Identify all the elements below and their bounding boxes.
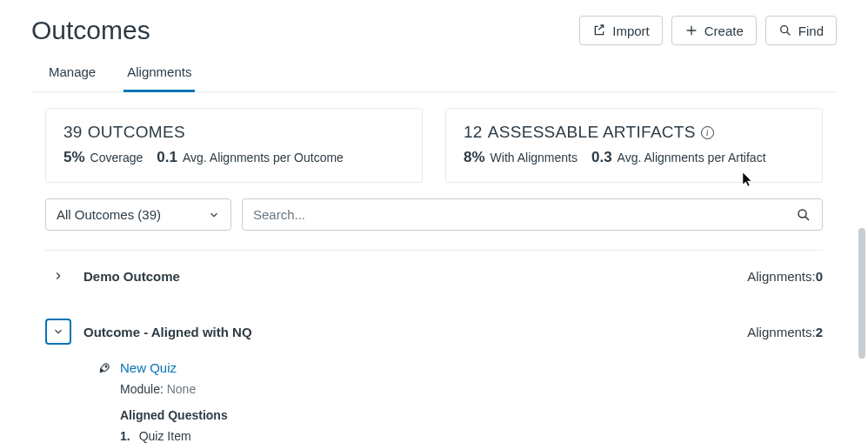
search-field[interactable] bbox=[242, 198, 823, 231]
artifacts-label: ASSESSABLE ARTIFACTS bbox=[488, 123, 696, 142]
chevron-right-icon bbox=[52, 270, 64, 282]
header-actions: Import Create Find bbox=[579, 16, 837, 45]
tab-manage[interactable]: Manage bbox=[45, 56, 99, 92]
alignments-count: Alignments:2 bbox=[747, 325, 823, 339]
outcomes-label: OUTCOMES bbox=[88, 123, 185, 142]
tab-alignments[interactable]: Alignments bbox=[124, 56, 195, 92]
list-item: Outcome - Aligned with NQ Alignments:2 bbox=[45, 301, 823, 357]
outcomes-filter-value: All Outcomes (39) bbox=[57, 207, 161, 222]
outcome-title[interactable]: Demo Outcome bbox=[83, 269, 735, 284]
coverage-label: Coverage bbox=[90, 151, 144, 164]
search-icon bbox=[796, 207, 811, 223]
find-button[interactable]: Find bbox=[765, 16, 837, 45]
svg-point-0 bbox=[780, 26, 787, 33]
with-alignments-label: With Alignments bbox=[491, 151, 578, 164]
list-item: Demo Outcome Alignments:0 bbox=[45, 250, 823, 301]
avg-alignments-outcome-label: Avg. Alignments per Outcome bbox=[183, 151, 344, 164]
outcomes-card: 39 OUTCOMES 5% Coverage 0.1 Avg. Alignme… bbox=[45, 108, 423, 183]
coverage-value: 5% bbox=[63, 149, 85, 166]
alignments-count: Alignments:0 bbox=[747, 269, 823, 284]
import-label: Import bbox=[612, 24, 650, 37]
svg-point-1 bbox=[798, 210, 806, 218]
aligned-questions-title: Aligned Questions bbox=[97, 408, 823, 422]
avg-alignments-artifact-label: Avg. Alignments per Artifact bbox=[618, 151, 766, 164]
chevron-down-icon bbox=[52, 326, 64, 338]
avg-alignments-outcome-value: 0.1 bbox=[157, 149, 177, 166]
question-item: 1. Quiz Item bbox=[97, 429, 823, 443]
outcomes-list: Demo Outcome Alignments:0 Outcome - Alig… bbox=[45, 250, 823, 443]
plus-icon bbox=[684, 23, 698, 37]
outcome-details: New Quiz Module: None Aligned Questions … bbox=[45, 357, 823, 443]
expand-toggle[interactable] bbox=[45, 263, 71, 289]
page-title: Outcomes bbox=[31, 16, 150, 45]
find-label: Find bbox=[798, 24, 824, 37]
chevron-down-icon bbox=[208, 209, 220, 221]
scrollbar-thumb[interactable] bbox=[858, 228, 865, 359]
rocket-icon bbox=[97, 361, 111, 375]
with-alignments-value: 8% bbox=[464, 149, 485, 166]
artifacts-card: 12 ASSESSABLE ARTIFACTS i 8% With Alignm… bbox=[445, 108, 823, 183]
module-row: Module: None bbox=[97, 382, 823, 396]
outcomes-count: 39 bbox=[63, 123, 83, 142]
tabs: Manage Alignments bbox=[31, 56, 837, 92]
search-icon bbox=[778, 23, 792, 37]
create-button[interactable]: Create bbox=[671, 16, 757, 45]
quiz-link[interactable]: New Quiz bbox=[120, 360, 177, 375]
outcome-title[interactable]: Outcome - Aligned with NQ bbox=[83, 325, 735, 339]
avg-alignments-artifact-value: 0.3 bbox=[591, 149, 612, 166]
svg-point-2 bbox=[105, 366, 107, 367]
artifacts-count: 12 bbox=[464, 123, 483, 142]
search-input[interactable] bbox=[253, 199, 796, 230]
import-icon bbox=[592, 23, 606, 37]
import-button[interactable]: Import bbox=[579, 16, 663, 45]
expand-toggle[interactable] bbox=[45, 319, 71, 345]
scrollbar[interactable] bbox=[858, 228, 865, 428]
outcomes-filter-select[interactable]: All Outcomes (39) bbox=[45, 198, 231, 231]
create-label: Create bbox=[704, 24, 744, 37]
info-icon[interactable]: i bbox=[701, 126, 714, 139]
